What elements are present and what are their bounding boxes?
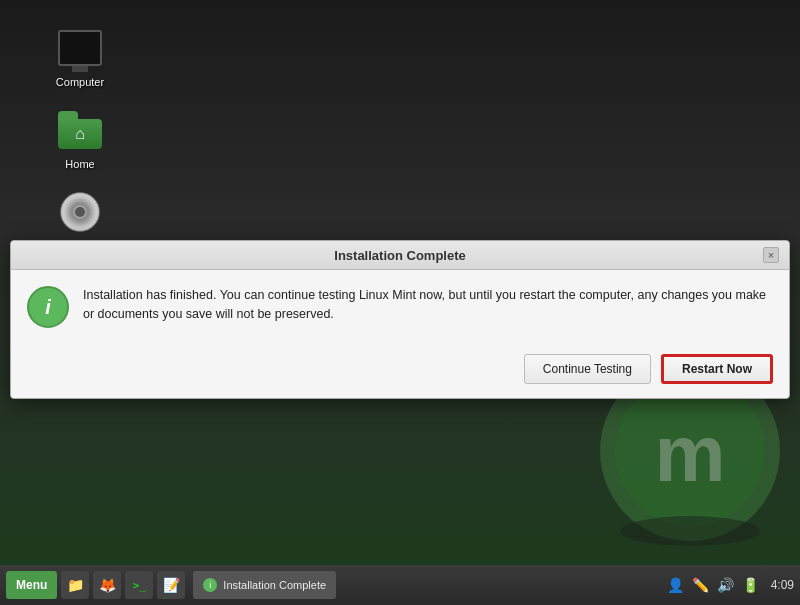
taskbar-window-installation[interactable]: i Installation Complete — [193, 571, 336, 599]
dialog-close-button[interactable]: × — [763, 247, 779, 263]
battery-tray-icon[interactable]: 🔋 — [742, 577, 759, 593]
dialog-title: Installation Complete — [37, 248, 763, 263]
dialog-footer: Continue Testing Restart Now — [11, 344, 789, 398]
clock: 4:09 — [771, 578, 794, 592]
dialog-titlebar: Installation Complete × — [11, 241, 789, 270]
continue-testing-button[interactable]: Continue Testing — [524, 354, 651, 384]
browser-icon[interactable]: 🦊 — [93, 571, 121, 599]
menu-button[interactable]: Menu — [6, 571, 57, 599]
dialog-overlay: Installation Complete × i Installation h… — [0, 0, 800, 565]
restart-now-button[interactable]: Restart Now — [661, 354, 773, 384]
texteditor-icon[interactable]: 📝 — [157, 571, 185, 599]
window-icon: i — [203, 578, 217, 592]
taskbar-window-label: Installation Complete — [223, 579, 326, 591]
texteditor-icon-symbol: 📝 — [163, 577, 180, 593]
user-tray-icon[interactable]: 👤 — [667, 577, 684, 593]
files-icon[interactable]: 📁 — [61, 571, 89, 599]
installation-complete-dialog: Installation Complete × i Installation h… — [10, 240, 790, 399]
pencil-tray-icon[interactable]: ✏️ — [692, 577, 709, 593]
desktop: Computer ⌂ Home m — [0, 0, 800, 565]
info-icon: i — [27, 286, 69, 328]
browser-icon-symbol: 🦊 — [99, 577, 116, 593]
volume-tray-icon[interactable]: 🔊 — [717, 577, 734, 593]
terminal-icon[interactable]: >_ — [125, 571, 153, 599]
terminal-icon-symbol: >_ — [133, 579, 146, 592]
taskbar: Menu 📁 🦊 >_ 📝 i Installation Complete 👤 … — [0, 565, 800, 605]
taskbar-right: 👤 ✏️ 🔊 🔋 4:09 — [667, 577, 794, 593]
files-icon-symbol: 📁 — [67, 577, 84, 593]
dialog-message: Installation has finished. You can conti… — [83, 286, 773, 324]
dialog-body: i Installation has finished. You can con… — [11, 270, 789, 344]
